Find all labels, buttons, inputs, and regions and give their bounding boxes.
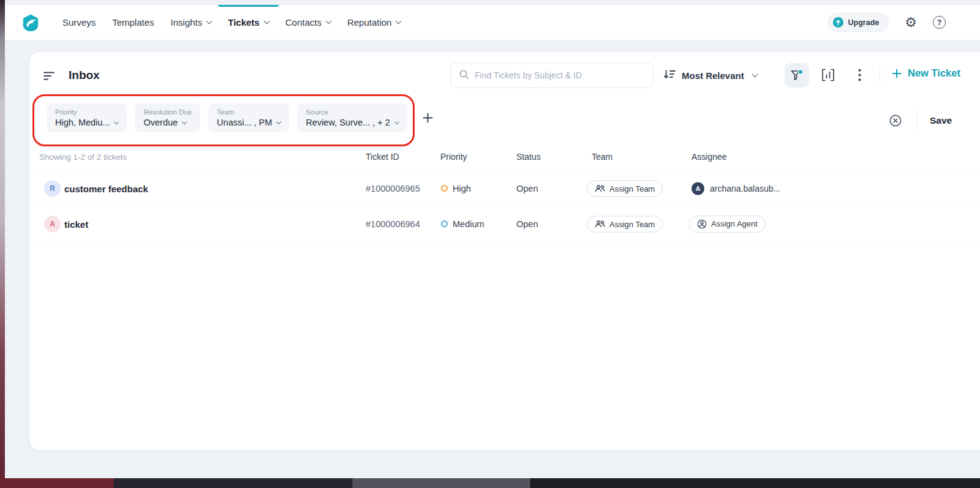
nav-contacts[interactable]: Contacts <box>285 5 331 40</box>
chevron-down-icon <box>114 119 119 124</box>
chip-label: Team <box>217 108 281 116</box>
team-cell: Assign Team <box>587 216 663 232</box>
assignee-name: archana.balasub... <box>710 184 780 193</box>
desktop-edge-bottom <box>0 478 980 488</box>
primary-nav: Surveys Templates Insights Tickets Conta… <box>62 5 401 40</box>
sort-label: Most Relevant <box>682 70 744 81</box>
assignee-avatar: A <box>692 182 704 195</box>
nav-templates[interactable]: Templates <box>112 5 154 40</box>
filter-chip-resolution-due[interactable]: Resolution Due Overdue <box>135 103 200 132</box>
search-box <box>450 62 654 88</box>
toolbar-divider <box>880 67 880 84</box>
desktop-edge-left <box>0 0 5 488</box>
sort-dropdown[interactable]: Most Relevant <box>664 62 757 88</box>
chip-label: Priority <box>55 108 118 116</box>
new-ticket-button[interactable]: New Ticket <box>892 67 960 79</box>
nav-insights[interactable]: Insights <box>171 5 212 40</box>
chevron-down-icon <box>276 119 281 124</box>
screen: { "colors": { "accent_teal": "#14aabb", … <box>0 0 980 488</box>
chevron-down-icon <box>325 18 331 24</box>
assignee-cell[interactable]: A archana.balasub... <box>692 182 780 195</box>
ticket-id: #1000006965 <box>366 184 420 193</box>
assign-agent-button[interactable]: Assign Agent <box>689 216 766 233</box>
sparrow-logo-icon <box>21 13 40 32</box>
nav-reputation[interactable]: Reputation <box>347 5 401 40</box>
help-icon[interactable]: ? <box>933 16 946 29</box>
nav-surveys-label: Surveys <box>62 17 96 28</box>
columns-icon <box>821 69 835 81</box>
more-options-button[interactable] <box>856 69 864 84</box>
priority-cell: High <box>441 184 471 193</box>
ticket-subject: ticket <box>64 219 88 229</box>
upgrade-arrow-icon <box>833 17 843 28</box>
nav-surveys[interactable]: Surveys <box>62 5 96 40</box>
priority-dot-icon <box>441 185 448 192</box>
upgrade-button[interactable]: Upgrade <box>827 13 889 32</box>
top-navigation-bar: Surveys Templates Insights Tickets Conta… <box>5 5 980 40</box>
chip-value: Unassi... , PM <box>217 118 272 127</box>
filter-chip-team[interactable]: Team Unassi... , PM <box>208 103 289 132</box>
chip-value: Overdue <box>143 118 178 127</box>
priority-cell: Medium <box>441 219 484 229</box>
column-header-status: Status <box>516 152 541 162</box>
assign-agent-label: Assign Agent <box>711 219 758 228</box>
manage-columns-button[interactable] <box>821 69 835 84</box>
priority-dot-icon <box>441 220 448 227</box>
table-header-row: Showing 1-2 of 2 tickets Ticket ID Prior… <box>29 143 980 171</box>
chevron-down-icon <box>394 119 399 124</box>
upgrade-label: Upgrade <box>848 18 880 27</box>
clear-circle-x-icon <box>889 114 902 127</box>
plus-icon <box>423 113 433 123</box>
search-input[interactable] <box>475 70 645 80</box>
result-count: Showing 1-2 of 2 tickets <box>39 152 127 161</box>
table-row[interactable]: R customer feedback #1000006965 High Ope… <box>29 171 980 206</box>
assign-team-button[interactable]: Assign Team <box>587 216 663 232</box>
inbox-panel: Inbox Most Relevant New Ticket Priority … <box>29 52 980 450</box>
add-filter-button[interactable] <box>423 113 433 123</box>
column-header-team: Team <box>592 152 612 162</box>
view-toggle-icon[interactable] <box>43 71 56 83</box>
chip-value: High, Mediu... <box>55 118 110 127</box>
app-logo[interactable] <box>21 13 40 32</box>
chips-row-divider <box>916 111 917 130</box>
nav-contacts-label: Contacts <box>285 17 322 28</box>
new-ticket-label: New Ticket <box>908 67 960 79</box>
people-icon <box>595 220 605 228</box>
team-cell: Assign Team <box>587 180 663 197</box>
chevron-down-icon <box>182 119 187 124</box>
avatar: R <box>44 180 61 197</box>
plus-icon <box>892 69 902 78</box>
tickets-table: Showing 1-2 of 2 tickets Ticket ID Prior… <box>29 143 980 242</box>
people-icon <box>595 184 605 192</box>
nav-insights-label: Insights <box>171 17 203 28</box>
settings-gear-icon[interactable]: ⚙ <box>905 16 917 29</box>
chevron-down-icon <box>263 18 270 24</box>
assignee-cell: Assign Agent <box>689 216 766 233</box>
column-header-priority: Priority <box>440 152 467 162</box>
nav-reputation-label: Reputation <box>347 17 392 28</box>
nav-right-actions: Upgrade ⚙ ? <box>827 13 946 32</box>
filter-button[interactable] <box>785 63 809 88</box>
priority-label: Medium <box>453 219 484 229</box>
search-icon <box>459 69 469 82</box>
save-view-button[interactable]: Save <box>930 115 952 126</box>
nav-tickets-label: Tickets <box>228 17 259 28</box>
chip-label: Resolution Due <box>143 108 192 116</box>
filter-chip-priority[interactable]: Priority High, Mediu... <box>47 103 127 132</box>
column-header-assignee: Assignee <box>692 152 727 162</box>
chevron-down-icon <box>752 71 758 77</box>
chevron-down-icon <box>396 18 402 24</box>
assign-team-button[interactable]: Assign Team <box>587 180 663 197</box>
page-title: Inbox <box>69 69 100 82</box>
assign-team-label: Assign Team <box>609 219 655 228</box>
column-header-ticket-id: Ticket ID <box>366 152 399 162</box>
nav-tickets[interactable]: Tickets <box>228 5 268 40</box>
kebab-icon <box>858 69 861 81</box>
table-row[interactable]: A ticket #1000006964 Medium Open Assign … <box>29 206 980 242</box>
clear-filters-button[interactable] <box>889 114 902 130</box>
filter-chip-source[interactable]: Source Review, Surve... , + 2 <box>297 103 407 132</box>
chip-label: Source <box>306 108 398 116</box>
active-filters-row: Priority High, Mediu... Resolution Due O… <box>47 103 433 132</box>
assign-team-label: Assign Team <box>609 184 655 193</box>
chevron-down-icon <box>206 18 213 24</box>
